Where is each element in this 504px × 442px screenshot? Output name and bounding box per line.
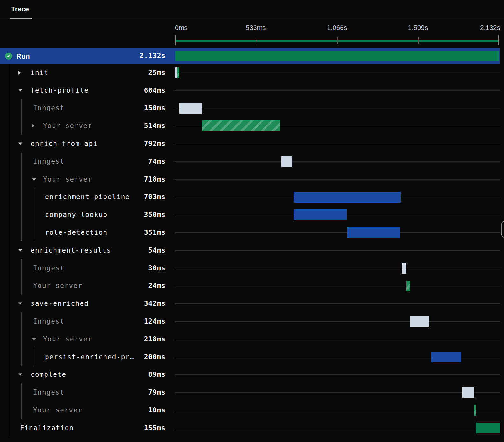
row-guide-line xyxy=(175,374,500,375)
trace-panel: Trace 0ms533ms1.066s1.599s2.132s ✓ Run 2… xyxy=(0,0,504,442)
span-bar-blue[interactable] xyxy=(294,209,347,220)
row-save-enriched[interactable]: save-enriched342ms xyxy=(0,295,504,312)
row-init[interactable]: init25ms xyxy=(0,64,504,82)
row-duration: 218ms xyxy=(0,335,166,343)
row-guide-line xyxy=(175,73,500,73)
row-guide-line xyxy=(175,268,500,268)
span-bar-light[interactable] xyxy=(402,263,406,274)
row-enrichment-pipeline[interactable]: enrichment-pipeline703ms xyxy=(0,188,504,206)
row-complete[interactable]: complete89ms xyxy=(0,366,504,384)
row-guide-line xyxy=(175,286,500,286)
row-duration: 718ms xyxy=(0,175,166,183)
row-guide-line xyxy=(175,161,500,162)
tab-trace-label: Trace xyxy=(11,5,29,13)
row-your-server[interactable]: Your server218ms xyxy=(0,330,504,348)
row-finalization[interactable]: Finalization155ms xyxy=(0,419,504,437)
row-enrich-from-api[interactable]: enrich-from-api792ms xyxy=(0,135,504,153)
span-bar-green[interactable] xyxy=(476,423,500,433)
run-span-bar[interactable] xyxy=(175,51,499,61)
row-duration: 25ms xyxy=(0,69,166,76)
row-guide-line xyxy=(175,321,500,322)
span-bar-green_hatch[interactable] xyxy=(177,67,179,78)
span-bar-green_hatch[interactable] xyxy=(474,405,476,416)
span-bar-light[interactable] xyxy=(410,316,429,327)
trace-rows: init25msfetch-profile664msInngest150msYo… xyxy=(0,64,504,437)
row-guide-line xyxy=(175,428,500,428)
tab-bar: Trace xyxy=(0,0,504,19)
row-duration: 514ms xyxy=(0,122,166,130)
minimap-tick xyxy=(256,37,256,44)
row-your-server[interactable]: Your server718ms xyxy=(0,170,504,188)
ruler-tick-label: 533ms xyxy=(246,24,266,32)
row-guide-line xyxy=(175,144,500,144)
row-duration: 792ms xyxy=(0,140,166,147)
row-fetch-profile[interactable]: fetch-profile664ms xyxy=(0,82,504,99)
row-inngest[interactable]: Inngest74ms xyxy=(0,153,504,170)
row-guide-line xyxy=(175,108,500,108)
row-duration: 74ms xyxy=(0,158,166,165)
row-duration: 342ms xyxy=(0,300,166,307)
span-bar-light[interactable] xyxy=(281,156,292,167)
ruler-tick-label: 1.599s xyxy=(408,24,428,32)
span-bar-green_hatch[interactable] xyxy=(406,281,410,291)
row-duration: 30ms xyxy=(0,264,166,272)
minimap-tick xyxy=(418,37,419,44)
row-guide-line xyxy=(175,410,500,410)
row-guide-line xyxy=(175,392,500,393)
row-duration: 200ms xyxy=(0,353,166,361)
row-guide-line xyxy=(175,232,500,233)
span-bar-blue[interactable] xyxy=(347,227,400,238)
row-duration: 664ms xyxy=(0,87,166,94)
row-duration: 10ms xyxy=(0,406,166,414)
ruler-tick-label: 0ms xyxy=(175,24,188,32)
row-inngest[interactable]: Inngest79ms xyxy=(0,383,504,401)
timeline-ruler[interactable]: 0ms533ms1.066s1.599s2.132s xyxy=(0,19,504,48)
row-inngest[interactable]: Inngest30ms xyxy=(0,259,504,277)
row-duration: 24ms xyxy=(0,282,166,289)
vertical-scrollbar-thumb[interactable] xyxy=(501,221,504,238)
row-duration: 89ms xyxy=(0,371,166,378)
span-bar-blue[interactable] xyxy=(431,352,461,362)
row-guide-line xyxy=(175,179,500,180)
row-your-server[interactable]: Your server10ms xyxy=(0,401,504,419)
row-your-server[interactable]: Your server24ms xyxy=(0,277,504,295)
row-duration: 124ms xyxy=(0,317,166,325)
ruler-tick-label: 2.132s xyxy=(480,24,500,32)
row-enrichment-results[interactable]: enrichment-results54ms xyxy=(0,241,504,259)
span-bar-green_hatch[interactable] xyxy=(202,120,280,131)
minimap-tick xyxy=(175,35,176,45)
row-guide-line xyxy=(175,339,500,339)
row-duration: 150ms xyxy=(0,104,166,112)
row-duration: 54ms xyxy=(0,246,166,254)
span-bar-blue[interactable] xyxy=(294,192,401,203)
run-duration: 2.132s xyxy=(0,52,166,60)
row-your-server[interactable]: Your server514ms xyxy=(0,117,504,135)
span-bar-light[interactable] xyxy=(179,103,202,114)
row-company-lookup[interactable]: company-lookup350ms xyxy=(0,206,504,224)
row-duration: 79ms xyxy=(0,389,166,396)
row-duration: 350ms xyxy=(0,211,166,218)
row-guide-line xyxy=(175,250,500,251)
ruler-tick-label: 1.066s xyxy=(327,24,347,32)
span-bar-light[interactable] xyxy=(462,387,474,398)
row-inngest[interactable]: Inngest124ms xyxy=(0,312,504,330)
row-duration: 351ms xyxy=(0,229,166,236)
row-run[interactable]: ✓ Run 2.132s xyxy=(0,48,500,64)
minimap-tick xyxy=(337,37,338,44)
minimap-tick xyxy=(498,35,499,45)
span-bar-light[interactable] xyxy=(175,67,177,78)
row-inngest[interactable]: Inngest150ms xyxy=(0,99,504,117)
row-role-detection[interactable]: role-detection351ms xyxy=(0,224,504,241)
row-duration: 703ms xyxy=(0,193,166,201)
row-duration: 155ms xyxy=(0,424,166,432)
row-guide-line xyxy=(175,90,500,91)
row-persist-enriched-pr[interactable]: persist-enriched-pr…200ms xyxy=(0,348,504,366)
row-guide-line xyxy=(175,303,500,304)
tab-trace[interactable]: Trace xyxy=(10,0,13,19)
